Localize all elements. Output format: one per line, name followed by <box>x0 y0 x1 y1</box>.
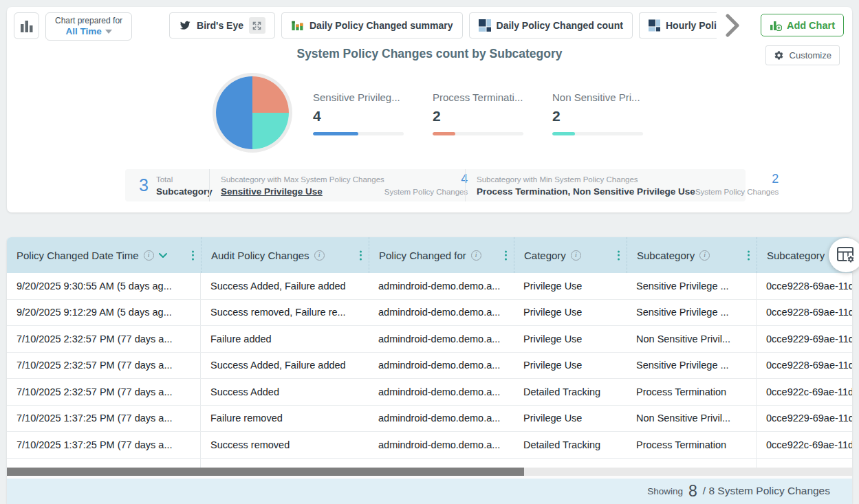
cell-subcategory: Sensitive Privilege ... <box>627 273 757 299</box>
cell-policy-changed-for: admindroid-demo.demo.a... <box>369 432 514 458</box>
min-subcategory-names: Process Termination, Non Sensitive Privi… <box>477 186 695 197</box>
horizontal-scrollbar <box>7 468 852 476</box>
info-icon[interactable]: i <box>144 250 154 261</box>
stacked-bar-chart-icon <box>291 19 304 32</box>
table-card: Policy Changed Date Time i Audit Policy … <box>7 237 852 504</box>
legend-item[interactable]: Sensitive Privileg... 4 <box>313 91 404 135</box>
customize-button[interactable]: Customize <box>765 45 840 65</box>
cell-subcategory: Process Termination <box>627 379 757 405</box>
grid-chart-icon <box>649 19 660 32</box>
column-label: Subcategory <box>637 250 695 261</box>
cell-subcategory-guid: 0cce922c-69ae-11d <box>757 379 852 405</box>
chevron-right-icon <box>724 14 741 37</box>
column-menu-icon[interactable] <box>360 249 362 262</box>
legend-label: Process Terminati... <box>433 91 523 103</box>
legend-value: 2 <box>552 108 643 124</box>
legend-item[interactable]: Non Sensitive Pri... 2 <box>552 91 643 135</box>
info-icon[interactable]: i <box>471 250 481 261</box>
column-menu-icon[interactable] <box>748 249 750 262</box>
info-icon[interactable]: i <box>314 250 325 261</box>
tab-hourly-policy[interactable]: Hourly Poli <box>639 12 717 39</box>
next-tabs-button[interactable] <box>724 14 741 39</box>
add-chart-label: Add Chart <box>787 20 835 31</box>
cell-category: Privilege Use <box>514 406 627 432</box>
column-menu-icon[interactable] <box>618 249 620 262</box>
info-icon[interactable]: i <box>699 250 710 261</box>
column-menu-icon[interactable] <box>192 249 194 262</box>
pie-chart[interactable] <box>216 76 289 149</box>
cell-subcategory: Sensitive Privilege ... <box>627 353 757 379</box>
info-icon[interactable]: i <box>571 250 581 261</box>
cell-policy-changed-for <box>369 459 514 468</box>
table-row[interactable]: 9/20/2025 9:12:29 AM (5 days ag... Succe… <box>7 300 852 327</box>
column-chooser-button[interactable] <box>829 238 859 272</box>
column-header[interactable]: Policy Changed Date Time i <box>7 237 201 273</box>
column-header[interactable]: Policy Changed for i <box>369 237 514 273</box>
min-unit: System Policy Changes <box>695 186 779 198</box>
cell-policy-changed-date-time: 7/10/2025 2:32:57 PM (77 days a... <box>7 379 201 405</box>
table-row[interactable]: 7/10/2025 2:32:57 PM (77 days a... Succe… <box>7 379 852 406</box>
column-header[interactable]: Category i <box>514 237 627 273</box>
time-range-dropdown[interactable]: Chart prepared for All Time <box>45 12 132 41</box>
cell-audit-policy-changes: Success Added <box>201 379 369 405</box>
min-value: 2 <box>772 173 779 186</box>
max-subcategory-link[interactable]: Sensitive Privilege Use <box>221 186 384 197</box>
table-row[interactable]: 7/10/2025 2:32:57 PM (77 days a... Succe… <box>7 353 852 380</box>
cell-subcategory-guid: 0cce9228-69ae-11d <box>757 353 852 379</box>
cell-subcategory: Non Sensitive Privil... <box>627 406 757 432</box>
chart-toolbar: Chart prepared for All Time Bird's Eye <box>7 7 852 40</box>
legend-bar <box>552 132 643 135</box>
column-menu-icon[interactable] <box>505 249 507 262</box>
pie-legend: Sensitive Privileg... 4 Process Terminat… <box>313 91 643 135</box>
table-row[interactable] <box>7 459 852 468</box>
expand-icon[interactable] <box>249 17 265 34</box>
cell-subcategory: Sensitive Privilege ... <box>627 300 757 326</box>
cell-policy-changed-for: admindroid-demo.demo.a... <box>369 379 514 405</box>
chart-tabs: Bird's Eye <box>169 12 741 39</box>
column-label: Policy Changed Date Time <box>17 250 139 261</box>
total-value: 3 <box>139 175 149 195</box>
grid-chart-icon <box>479 19 491 32</box>
showing-total: / 8 System Policy Changes <box>703 485 830 497</box>
table-footer: Showing 8 / 8 System Policy Changes <box>7 479 852 504</box>
cell-policy-changed-date-time: 7/10/2025 2:32:57 PM (77 days a... <box>7 326 201 352</box>
cell-subcategory-guid: 0cce9229-69ae-11d <box>757 406 852 432</box>
column-header[interactable]: Audit Policy Changes i <box>201 237 369 273</box>
legend-item[interactable]: Process Terminati... 2 <box>433 91 523 135</box>
table-row[interactable]: 9/20/2025 9:30:55 AM (5 days ag... Succe… <box>7 273 852 300</box>
add-chart-button[interactable]: Add Chart <box>761 14 844 36</box>
legend-value: 2 <box>433 108 523 124</box>
max-unit: System Policy Changes <box>384 186 468 198</box>
column-header[interactable]: Subcategory i <box>627 237 757 273</box>
scrollbar-thumb[interactable] <box>7 468 524 476</box>
legend-label: Sensitive Privileg... <box>313 91 404 103</box>
cell-policy-changed-date-time: 9/20/2025 9:12:29 AM (5 days ag... <box>7 300 201 326</box>
sort-desc-icon[interactable] <box>159 253 167 258</box>
cell-policy-changed-for: admindroid-demo.demo.a... <box>369 273 514 299</box>
table-row[interactable]: 7/10/2025 1:37:25 PM (77 days a... Succe… <box>7 432 852 459</box>
cell-policy-changed-for: admindroid-demo.demo.a... <box>369 326 514 352</box>
table-row[interactable]: 7/10/2025 1:37:25 PM (77 days a... Failu… <box>7 406 852 432</box>
time-range-caption: Chart prepared for <box>55 16 122 25</box>
tab-daily-policy-changed-summary[interactable]: Daily Policy Changed summary <box>281 12 463 39</box>
cell-audit-policy-changes: Success removed <box>201 432 369 458</box>
legend-value: 4 <box>313 108 404 124</box>
total-label: Subcategory <box>156 186 213 197</box>
table-header-row: Policy Changed Date Time i Audit Policy … <box>7 237 852 273</box>
tab-daily-policy-changed-count[interactable]: Daily Policy Changed count <box>469 12 633 39</box>
cell-subcategory <box>627 459 757 468</box>
chart-type-button[interactable] <box>14 12 39 39</box>
chart-title: System Policy Changes count by Subcatego… <box>7 47 852 61</box>
tab-birds-eye[interactable]: Bird's Eye <box>169 12 275 39</box>
cell-audit-policy-changes: Success removed, Failure re... <box>201 300 369 326</box>
time-range-value: All Time <box>65 26 101 36</box>
caret-down-icon <box>105 30 112 34</box>
cell-category: Detailed Tracking <box>514 379 627 405</box>
table-row[interactable]: 7/10/2025 2:32:57 PM (77 days a... Failu… <box>7 326 852 353</box>
cell-policy-changed-date-time: 7/10/2025 2:32:57 PM (77 days a... <box>7 353 201 379</box>
bird-icon <box>179 20 191 31</box>
cell-policy-changed-for: admindroid-demo.demo.a... <box>369 300 514 326</box>
summary-total: 3 Total Subcategory <box>125 169 209 201</box>
column-label: Category <box>524 250 566 261</box>
legend-label: Non Sensitive Pri... <box>552 91 643 103</box>
